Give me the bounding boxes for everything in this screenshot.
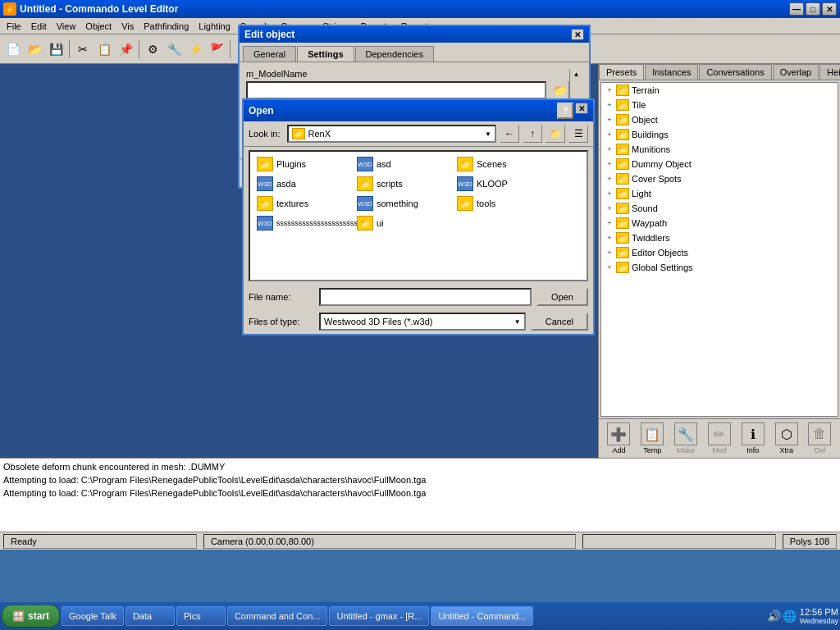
expand-editor-objects[interactable]: + (603, 246, 616, 259)
tree-label-editor-objects: Editor Objects (632, 248, 688, 258)
folder-icon-buildings: 📁 (616, 129, 629, 140)
maximize-btn[interactable]: □ (806, 2, 820, 16)
nav-back-btn[interactable]: ← (500, 125, 519, 143)
tool-cut[interactable]: ✂ (73, 39, 93, 59)
tree-dummy-object[interactable]: + 📁 Dummy Object (601, 157, 838, 171)
tool-open[interactable]: 📂 (25, 39, 44, 59)
menu-pathfinding[interactable]: Pathfinding (139, 20, 194, 33)
expand-dummy-object[interactable]: + (603, 158, 616, 171)
panel-btn-make[interactable]: 🔧 Make (669, 422, 702, 454)
expand-light[interactable]: + (603, 187, 616, 200)
close-btn[interactable]: ✕ (822, 2, 837, 16)
tab-settings[interactable]: Settings (297, 46, 354, 62)
folder-textures[interactable]: 📁 textures (253, 194, 352, 212)
taskbar-googletalk[interactable]: Google Talk (62, 606, 124, 626)
panel-btn-xtra[interactable]: ⬡ Xtra (770, 422, 803, 454)
expand-terrain[interactable]: + (603, 84, 616, 97)
browse-button[interactable]: 📁 (550, 81, 569, 99)
open-btn[interactable]: Open (536, 288, 588, 306)
tool-2[interactable]: 🔧 (164, 39, 184, 59)
file-sss[interactable]: W3D sssssssssssssssssssssssss (253, 214, 352, 232)
taskbar-data[interactable]: Data (126, 606, 175, 626)
taskbar-gmax[interactable]: Untitled - gmax - [R... (329, 606, 429, 626)
tab-conversations[interactable]: Conversations (699, 64, 771, 80)
expand-tile[interactable]: + (603, 98, 616, 112)
panel-btn-info[interactable]: ℹ Info (737, 422, 769, 454)
tool-3[interactable]: ⚡ (185, 39, 205, 59)
nav-up-btn[interactable]: ↑ (523, 125, 542, 143)
taskbar-command[interactable]: Command and Con... (227, 606, 328, 626)
tree-terrain[interactable]: + 📁 Terrain (601, 83, 838, 98)
expand-waypath[interactable]: + (603, 217, 616, 230)
folder-ui[interactable]: 📁 ui (354, 214, 452, 232)
panel-btn-del[interactable]: 🗑 Del (803, 422, 836, 454)
taskbar-commando[interactable]: Untitled - Command... (431, 606, 533, 626)
menu-edit[interactable]: Edit (26, 20, 52, 33)
file-asd[interactable]: W3D asd (354, 155, 452, 173)
expand-twiddlers[interactable]: + (603, 231, 616, 244)
menu-lighting[interactable]: Lighting (194, 20, 235, 33)
tool-save[interactable]: 💾 (46, 39, 66, 59)
log-area: Obsolete deform chunk encountered in mes… (0, 458, 840, 532)
open-help-btn[interactable]: ? (557, 103, 573, 119)
tool-new[interactable]: 📄 (3, 39, 23, 59)
tree-waypath[interactable]: + 📁 Waypath (601, 216, 838, 231)
scroll-up[interactable]: ▲ (573, 71, 580, 78)
panel-btn-mod[interactable]: ✏ Mod (703, 422, 736, 454)
tree-buildings[interactable]: + 📁 Buildings (601, 127, 838, 142)
tab-general[interactable]: General (243, 46, 296, 62)
nav-view-btn[interactable]: ☰ (568, 125, 588, 143)
tab-dependencies[interactable]: Dependencies (355, 46, 434, 62)
tool-paste[interactable]: 📌 (116, 39, 135, 59)
file-kloop[interactable]: W3D KLOOP (454, 175, 552, 193)
menu-vis[interactable]: Vis (116, 20, 139, 33)
expand-munitions[interactable]: + (603, 143, 616, 156)
folder-scripts[interactable]: 📁 scripts (354, 175, 452, 193)
tree-light[interactable]: + 📁 Light (601, 186, 838, 201)
edit-dialog-close[interactable]: ✕ (571, 29, 584, 40)
expand-sound[interactable]: + (603, 202, 616, 215)
look-in-combo[interactable]: 📁 RenX ▼ (287, 125, 496, 143)
file-asda[interactable]: W3D asda (253, 175, 352, 193)
tab-overlap[interactable]: Overlap (773, 64, 819, 80)
tree-twiddlers[interactable]: + 📁 Twiddlers (601, 231, 838, 245)
expand-cover-spots[interactable]: + (603, 172, 616, 185)
expand-buildings[interactable]: + (603, 128, 616, 141)
taskbar-pics[interactable]: Pics (176, 606, 226, 626)
tool-4[interactable]: 🚩 (207, 39, 226, 59)
tree-munitions[interactable]: + 📁 Munitions (601, 142, 838, 157)
cancel-btn[interactable]: Cancel (531, 313, 588, 331)
tab-heightfield[interactable]: Heightfield (819, 64, 840, 80)
filename-input[interactable] (319, 288, 532, 306)
open-close-btn[interactable]: ✕ (575, 103, 588, 114)
start-button[interactable]: 🪟 start (2, 605, 60, 628)
model-name-input[interactable] (246, 81, 546, 99)
xtra-label: Xtra (779, 446, 793, 454)
menu-view[interactable]: View (52, 20, 81, 33)
filetype-combo[interactable]: Westwood 3D Files (*.w3d) ▼ (319, 313, 526, 331)
minimize-btn[interactable]: — (789, 2, 804, 16)
tree-object[interactable]: + 📁 Object (601, 112, 838, 127)
tab-presets[interactable]: Presets (599, 64, 644, 80)
tool-1[interactable]: ⚙ (143, 39, 162, 59)
panel-btn-temp[interactable]: 📋 Temp (636, 422, 669, 454)
tree-global-settings[interactable]: + 📁 Global Settings (601, 260, 838, 275)
folder-plugins[interactable]: 📁 Plugins (253, 155, 352, 173)
tree-editor-objects[interactable]: + 📁 Editor Objects (601, 245, 838, 260)
tree-sound[interactable]: + 📁 Sound (601, 201, 838, 216)
folder-scenes[interactable]: 📁 Scenes (454, 155, 552, 173)
menu-file[interactable]: File (2, 20, 26, 33)
expand-global-settings[interactable]: + (603, 261, 616, 274)
tree-label-sound: Sound (632, 203, 658, 213)
tree-cover-spots[interactable]: + 📁 Cover Spots (601, 171, 838, 186)
file-something[interactable]: W3D something (354, 194, 452, 212)
tree-tile[interactable]: + 📁 Tile (601, 98, 838, 112)
folder-tools[interactable]: 📁 tools (454, 194, 552, 212)
expand-object[interactable]: + (603, 113, 616, 126)
menu-object[interactable]: Object (80, 20, 116, 33)
folder-icon-tools: 📁 (457, 196, 473, 211)
tab-instances[interactable]: Instances (645, 64, 698, 80)
nav-new-folder-btn[interactable]: 📁 (546, 125, 565, 143)
panel-btn-add[interactable]: ➕ Add (602, 422, 635, 454)
tool-copy[interactable]: 📋 (94, 39, 114, 59)
